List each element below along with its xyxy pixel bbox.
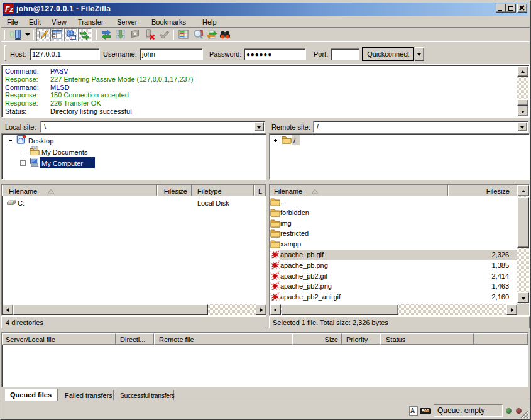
svg-text:Fz: Fz	[5, 5, 13, 14]
